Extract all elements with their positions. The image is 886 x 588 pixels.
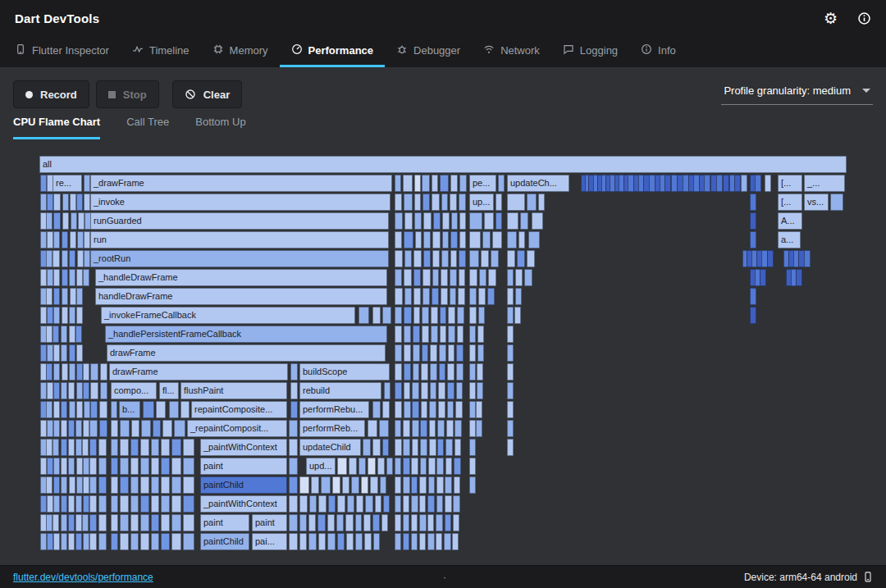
flame-frame[interactable] bbox=[130, 476, 139, 494]
flame-frame[interactable] bbox=[111, 439, 118, 456]
flame-frame[interactable] bbox=[412, 401, 419, 418]
flame-frame[interactable] bbox=[413, 269, 421, 286]
flame-frame[interactable] bbox=[47, 458, 53, 475]
flame-frame[interactable] bbox=[83, 533, 89, 550]
flame-frame[interactable] bbox=[411, 495, 418, 513]
flame-frame[interactable] bbox=[507, 269, 514, 286]
flame-frame[interactable] bbox=[76, 307, 83, 324]
flame-frame[interactable] bbox=[61, 476, 67, 494]
flame-frame[interactable] bbox=[804, 250, 811, 267]
flame-frame[interactable] bbox=[111, 476, 118, 494]
flame-frame[interactable] bbox=[518, 231, 525, 248]
flame-frame[interactable] bbox=[40, 194, 47, 211]
flame-frame[interactable] bbox=[447, 382, 454, 399]
flame-frame[interactable] bbox=[446, 420, 454, 437]
flame-frame[interactable] bbox=[469, 288, 477, 305]
flame-frame[interactable] bbox=[395, 194, 402, 211]
flame-frame[interactable] bbox=[68, 533, 75, 550]
flame-frame[interactable]: _invokeFrameCallback bbox=[101, 307, 355, 324]
flame-frame[interactable] bbox=[111, 401, 117, 418]
flame-frame[interactable] bbox=[403, 175, 413, 192]
flame-frame[interactable] bbox=[422, 269, 431, 286]
flame-frame[interactable] bbox=[507, 212, 518, 230]
flame-frame[interactable] bbox=[441, 250, 449, 267]
flame-frame[interactable] bbox=[289, 514, 298, 531]
flame-frame[interactable] bbox=[68, 382, 75, 399]
flame-frame[interactable] bbox=[395, 307, 402, 324]
flame-frame[interactable] bbox=[332, 476, 340, 494]
tab-flutter-inspector[interactable]: Flutter Inspector bbox=[3, 36, 121, 67]
flame-frame[interactable] bbox=[89, 495, 97, 513]
flame-frame[interactable]: handleDrawFrame bbox=[95, 288, 387, 305]
flame-frame[interactable] bbox=[428, 476, 435, 494]
flame-frame[interactable] bbox=[77, 250, 84, 267]
flame-frame[interactable] bbox=[69, 401, 75, 418]
flame-frame[interactable] bbox=[664, 175, 671, 192]
flame-frame[interactable] bbox=[420, 439, 427, 456]
flame-frame[interactable] bbox=[69, 326, 75, 343]
flame-frame[interactable] bbox=[422, 194, 430, 211]
flame-frame[interactable] bbox=[419, 476, 427, 494]
flame-frame[interactable] bbox=[68, 420, 75, 437]
flame-frame[interactable] bbox=[429, 401, 436, 418]
flame-frame[interactable] bbox=[404, 307, 412, 324]
flame-frame[interactable] bbox=[98, 514, 107, 531]
flame-frame[interactable] bbox=[723, 175, 729, 192]
flame-frame[interactable] bbox=[411, 533, 418, 550]
flame-frame[interactable]: run bbox=[90, 231, 389, 248]
flame-frame[interactable] bbox=[395, 212, 403, 230]
flame-frame[interactable] bbox=[514, 307, 521, 324]
flame-frame[interactable] bbox=[171, 458, 181, 475]
flame-frame[interactable] bbox=[430, 344, 437, 362]
flame-frame[interactable] bbox=[469, 382, 476, 399]
flame-frame[interactable] bbox=[469, 476, 476, 494]
flame-frame[interactable] bbox=[299, 533, 307, 550]
flame-frame[interactable] bbox=[365, 495, 373, 513]
flame-frame[interactable] bbox=[515, 269, 523, 286]
flame-frame[interactable] bbox=[84, 250, 90, 267]
flame-frame[interactable] bbox=[53, 288, 60, 305]
flame-frame[interactable] bbox=[750, 288, 756, 305]
flame-frame[interactable] bbox=[447, 401, 454, 418]
flame-frame[interactable] bbox=[414, 194, 421, 211]
flame-frame[interactable]: up... bbox=[469, 194, 494, 211]
flame-frame[interactable] bbox=[459, 212, 466, 230]
flame-frame[interactable] bbox=[40, 307, 47, 324]
flame-frame[interactable] bbox=[469, 401, 476, 418]
flame-frame[interactable] bbox=[100, 382, 107, 399]
flame-frame[interactable] bbox=[427, 514, 434, 531]
flame-frame[interactable]: all bbox=[39, 156, 847, 173]
flame-frame[interactable] bbox=[76, 476, 83, 494]
flame-frame[interactable] bbox=[308, 533, 317, 550]
flame-frame[interactable] bbox=[507, 250, 515, 267]
flame-frame[interactable] bbox=[450, 194, 457, 211]
flame-frame[interactable] bbox=[171, 439, 181, 456]
tab-memory[interactable]: Memory bbox=[201, 36, 280, 67]
docs-link[interactable]: flutter.dev/devtools/performance bbox=[13, 572, 153, 583]
flame-frame[interactable] bbox=[395, 495, 401, 513]
flame-frame[interactable] bbox=[111, 533, 118, 550]
flame-frame[interactable] bbox=[440, 307, 446, 324]
flame-frame[interactable] bbox=[395, 344, 402, 362]
flame-frame[interactable] bbox=[436, 514, 443, 531]
flame-frame[interactable] bbox=[528, 231, 540, 248]
flame-frame[interactable] bbox=[151, 439, 159, 456]
flame-frame[interactable] bbox=[477, 344, 484, 362]
flame-frame[interactable] bbox=[62, 269, 68, 286]
flame-frame[interactable] bbox=[120, 476, 129, 494]
flame-frame[interactable] bbox=[448, 326, 455, 343]
flame-frame[interactable] bbox=[404, 269, 412, 286]
flame-frame[interactable] bbox=[46, 250, 53, 267]
flame-frame[interactable] bbox=[336, 514, 344, 531]
flame-frame[interactable]: _invoke bbox=[90, 194, 390, 211]
flame-frame[interactable] bbox=[69, 307, 75, 324]
flame-frame[interactable]: updateChild bbox=[299, 439, 361, 456]
flame-frame[interactable] bbox=[404, 382, 410, 399]
flame-frame[interactable] bbox=[289, 420, 298, 437]
flame-frame[interactable] bbox=[382, 307, 391, 324]
flame-frame[interactable]: pe... bbox=[469, 175, 496, 192]
flame-frame[interactable] bbox=[53, 420, 60, 437]
flame-frame[interactable] bbox=[83, 495, 89, 513]
flame-frame[interactable] bbox=[53, 382, 60, 399]
flame-frame[interactable] bbox=[382, 401, 390, 418]
